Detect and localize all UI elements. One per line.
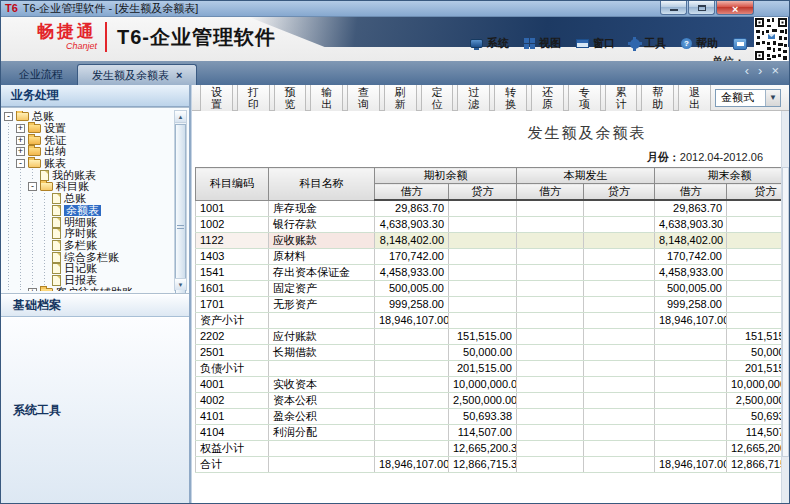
grid-cell[interactable]: 4,458,933.00: [655, 264, 727, 280]
grid-cell[interactable]: 114,507.00: [449, 424, 517, 440]
toolbar-button-刷新[interactable]: 刷新: [384, 83, 417, 113]
chevron-down-icon[interactable]: ▼: [765, 90, 780, 106]
grid-cell[interactable]: [655, 344, 727, 360]
grid-cell[interactable]: [655, 376, 727, 392]
grid-cell[interactable]: 应收账款: [269, 232, 375, 248]
grid-cell[interactable]: 应付账款: [269, 328, 375, 344]
scroll-down-icon[interactable]: ▼: [175, 278, 186, 290]
grid-cell[interactable]: [449, 248, 517, 264]
sidebar-section-system-tools[interactable]: 系统工具: [1, 317, 189, 503]
tree-scrollbar-thumb[interactable]: [175, 124, 186, 294]
tab-scroll-left-button[interactable]: ‹: [745, 64, 749, 77]
tree-item-出纳[interactable]: +出纳: [4, 146, 173, 158]
grid-cell[interactable]: [449, 264, 517, 280]
grid-cell[interactable]: [375, 360, 449, 376]
grid-cell[interactable]: [517, 408, 584, 424]
grid-cell[interactable]: 2202: [196, 328, 269, 344]
tree-item-多栏账[interactable]: 多栏账: [4, 240, 173, 252]
grid-cell[interactable]: 1002: [196, 216, 269, 232]
grid-cell[interactable]: [517, 232, 584, 248]
grid-cell[interactable]: [517, 280, 584, 296]
tab-close-icon[interactable]: ×: [176, 70, 182, 81]
grid-cell[interactable]: 长期借款: [269, 344, 375, 360]
grid-cell[interactable]: [449, 216, 517, 232]
grid-cell[interactable]: [517, 312, 584, 328]
grid-cell[interactable]: 盈余公积: [269, 408, 375, 424]
grid-cell[interactable]: [655, 440, 727, 456]
grid-cell[interactable]: 12,665,200.38: [449, 440, 517, 456]
grid-cell[interactable]: 12,866,715.38: [449, 456, 517, 472]
grid-cell[interactable]: [727, 232, 790, 248]
tree-item-凭证[interactable]: +凭证: [4, 134, 173, 146]
grid-cell[interactable]: 1701: [196, 296, 269, 312]
minimize-button[interactable]: [660, 1, 687, 15]
grid-cell[interactable]: [727, 296, 790, 312]
grid-cell[interactable]: [517, 296, 584, 312]
grid-cell[interactable]: 4,638,903.30: [655, 216, 727, 232]
grid-cell[interactable]: [584, 440, 655, 456]
toolbar-button-打印[interactable]: 打印: [237, 83, 270, 113]
grid-cell[interactable]: [269, 456, 375, 472]
grid-cell[interactable]: [584, 360, 655, 376]
grid-cell[interactable]: 18,946,107.00: [655, 456, 727, 472]
grid-cell[interactable]: [584, 392, 655, 408]
close-window-button[interactable]: [716, 1, 754, 15]
toolbar-button-还原[interactable]: 还原: [531, 83, 564, 113]
grid-cell[interactable]: [584, 280, 655, 296]
toolbar-button-转换[interactable]: 转换: [494, 83, 527, 113]
grid-cell[interactable]: [375, 328, 449, 344]
grid-cell[interactable]: [517, 248, 584, 264]
grid-cell[interactable]: [517, 376, 584, 392]
grid-cell[interactable]: 151,515.00: [727, 328, 790, 344]
grid-cell[interactable]: [517, 328, 584, 344]
grid-cell[interactable]: [517, 424, 584, 440]
grid-cell[interactable]: [449, 312, 517, 328]
tree-item-总账[interactable]: -总账: [4, 111, 173, 123]
grid-cell[interactable]: [517, 264, 584, 280]
grid-cell[interactable]: 1122: [196, 232, 269, 248]
grid-cell[interactable]: 500,005.00: [375, 280, 449, 296]
grid-cell[interactable]: [655, 392, 727, 408]
expand-icon[interactable]: +: [16, 124, 25, 133]
grid-cell[interactable]: [584, 296, 655, 312]
grid-cell[interactable]: [375, 440, 449, 456]
grid-cell[interactable]: [517, 200, 584, 216]
grid-cell[interactable]: 50,000.00: [727, 344, 790, 360]
grid-cell[interactable]: 资本公积: [269, 392, 375, 408]
menu-帮助[interactable]: ?帮助: [681, 36, 718, 51]
grid-cell[interactable]: 18,946,107.00: [655, 312, 727, 328]
grid-cell[interactable]: 10,000,000.00: [449, 376, 517, 392]
toolbar-button-定位[interactable]: 定位: [421, 83, 454, 113]
grid-cell[interactable]: [375, 376, 449, 392]
sidebar-header-business[interactable]: 业务处理: [1, 85, 189, 107]
toolbar-button-设置[interactable]: 设置: [200, 83, 233, 113]
expand-icon[interactable]: +: [16, 147, 25, 156]
tree-item-日报表[interactable]: 日报表: [4, 275, 173, 287]
grid-cell[interactable]: [584, 328, 655, 344]
grid-cell[interactable]: 999,258.00: [655, 296, 727, 312]
report-scrollbar[interactable]: [781, 111, 789, 503]
grid-cell[interactable]: 固定资产: [269, 280, 375, 296]
menu-视图[interactable]: 视图: [524, 36, 561, 51]
grid-cell[interactable]: 500,005.00: [655, 280, 727, 296]
grid-cell[interactable]: 无形资产: [269, 296, 375, 312]
tree-item-客户往来辅助账[interactable]: +客户往来辅助账: [4, 286, 173, 291]
grid-cell[interactable]: [269, 312, 375, 328]
grid-cell[interactable]: [584, 264, 655, 280]
grid-cell[interactable]: [449, 296, 517, 312]
expand-icon[interactable]: +: [28, 288, 37, 291]
tree-item-总账[interactable]: 总账: [4, 193, 173, 205]
tab-close-all-button[interactable]: ×: [771, 64, 779, 77]
grid-cell[interactable]: [655, 328, 727, 344]
grid-cell[interactable]: 利润分配: [269, 424, 375, 440]
grid-cell[interactable]: 170,742.00: [655, 248, 727, 264]
grid-cell[interactable]: 1541: [196, 264, 269, 280]
grid-cell[interactable]: [269, 360, 375, 376]
grid-cell[interactable]: 29,863.70: [375, 200, 449, 216]
grid-cell[interactable]: [517, 344, 584, 360]
grid-cell[interactable]: 12,866,715.38: [727, 456, 790, 472]
tree-item-科目账[interactable]: -科目账: [4, 181, 173, 193]
grid-cell[interactable]: 170,742.00: [375, 248, 449, 264]
grid-cell[interactable]: [584, 456, 655, 472]
toolbar-button-查询[interactable]: 查询: [347, 83, 380, 113]
